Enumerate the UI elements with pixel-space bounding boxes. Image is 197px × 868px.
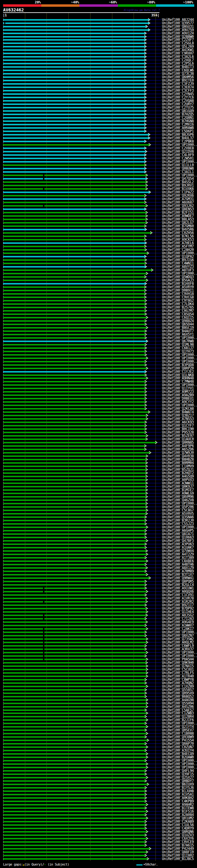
alignment-bar[interactable]	[3, 236, 145, 237]
alignment-bar[interactable]	[3, 297, 145, 298]
alignment-bar[interactable]	[3, 503, 146, 504]
alignment-bar[interactable]	[3, 313, 145, 315]
alignment-bar[interactable]	[3, 262, 145, 264]
alignment-bar[interactable]	[3, 723, 145, 724]
alignment-bar[interactable]	[3, 577, 149, 579]
alignment-bar[interactable]	[3, 699, 146, 701]
hit-label[interactable]: UniRef100_B1JBC5	[162, 857, 194, 861]
alignment-bar[interactable]	[3, 273, 146, 274]
alignment-bar[interactable]	[3, 855, 145, 856]
alignment-bar[interactable]	[3, 242, 145, 244]
alignment-bar[interactable]	[3, 425, 145, 427]
alignment-bar[interactable]	[3, 733, 146, 734]
alignment-bar[interactable]	[3, 811, 146, 812]
alignment-bar[interactable]	[3, 530, 145, 531]
alignment-bar[interactable]	[3, 655, 145, 657]
alignment-bar[interactable]	[3, 205, 146, 207]
alignment-bar[interactable]	[3, 790, 145, 792]
alignment-bar[interactable]	[3, 645, 145, 647]
alignment-bar[interactable]	[3, 422, 145, 423]
alignment-bar[interactable]	[3, 418, 146, 420]
alignment-bar[interactable]	[3, 513, 146, 515]
alignment-bar[interactable]	[3, 709, 145, 711]
alignment-bar[interactable]	[3, 479, 146, 480]
alignment-bar[interactable]	[3, 90, 145, 91]
alignment-bar[interactable]	[3, 23, 149, 24]
alignment-bar[interactable]	[3, 581, 145, 582]
alignment-bar[interactable]	[3, 682, 145, 684]
alignment-bar[interactable]	[3, 631, 145, 633]
alignment-bar[interactable]	[3, 303, 145, 305]
alignment-bar[interactable]	[3, 621, 146, 623]
alignment-bar[interactable]	[3, 716, 145, 717]
alignment-bar[interactable]	[3, 801, 145, 802]
alignment-bar[interactable]	[3, 411, 149, 413]
alignment-bar[interactable]	[3, 202, 145, 203]
alignment-bar[interactable]	[3, 283, 145, 284]
alignment-bar[interactable]	[3, 374, 145, 376]
alignment-bar[interactable]	[3, 540, 146, 541]
alignment-bar[interactable]	[3, 672, 146, 674]
alignment-bar[interactable]	[3, 669, 146, 670]
alignment-bar[interactable]	[3, 83, 145, 85]
alignment-bar[interactable]	[3, 824, 145, 826]
alignment-bar[interactable]	[3, 746, 146, 748]
alignment-bar[interactable]	[3, 225, 145, 227]
alignment-bar[interactable]	[3, 80, 145, 81]
alignment-bar[interactable]	[3, 320, 145, 322]
alignment-bar[interactable]	[3, 19, 149, 21]
alignment-bar[interactable]	[3, 486, 146, 488]
alignment-bar[interactable]	[3, 642, 146, 643]
alignment-bar[interactable]	[3, 107, 145, 108]
alignment-bar[interactable]	[3, 787, 145, 788]
alignment-bar[interactable]	[3, 178, 146, 180]
alignment-bar[interactable]	[3, 527, 146, 528]
alignment-bar[interactable]	[3, 215, 146, 217]
alignment-bar[interactable]	[3, 49, 145, 51]
alignment-bar[interactable]	[3, 438, 146, 440]
alignment-bar[interactable]	[3, 679, 145, 680]
alignment-bar[interactable]	[3, 46, 145, 48]
alignment-bar[interactable]	[3, 110, 145, 112]
alignment-bar[interactable]	[3, 259, 145, 261]
alignment-bar[interactable]	[3, 144, 149, 146]
alignment-bar[interactable]	[3, 703, 146, 704]
alignment-bar[interactable]	[3, 188, 146, 190]
alignment-bar[interactable]	[3, 817, 146, 819]
alignment-bar[interactable]	[3, 489, 146, 491]
alignment-bar[interactable]	[3, 395, 145, 396]
alignment-bar[interactable]	[3, 87, 145, 88]
alignment-bar[interactable]	[3, 516, 145, 518]
alignment-bar[interactable]	[3, 334, 145, 335]
alignment-bar[interactable]	[3, 533, 145, 535]
alignment-bar[interactable]	[3, 635, 145, 637]
alignment-bar[interactable]	[3, 391, 145, 393]
alignment-bar[interactable]	[3, 33, 145, 34]
alignment-bar[interactable]	[3, 591, 146, 592]
alignment-bar[interactable]	[3, 726, 146, 727]
alignment-bar[interactable]	[3, 53, 145, 54]
alignment-bar[interactable]	[3, 256, 145, 257]
alignment-bar[interactable]	[3, 141, 145, 142]
alignment-bar[interactable]	[3, 185, 146, 186]
alignment-bar[interactable]	[3, 544, 145, 545]
alignment-bar[interactable]	[3, 841, 145, 843]
alignment-bar[interactable]	[3, 601, 146, 602]
alignment-bar[interactable]	[3, 428, 145, 430]
alignment-bar[interactable]	[3, 719, 146, 721]
alignment-bar[interactable]	[3, 662, 146, 663]
alignment-bar[interactable]	[3, 293, 145, 295]
alignment-bar[interactable]	[3, 588, 145, 589]
alignment-bar[interactable]	[3, 351, 145, 352]
alignment-bar[interactable]	[3, 756, 146, 758]
alignment-bar[interactable]	[3, 73, 145, 74]
alignment-bar[interactable]	[3, 137, 149, 139]
alignment-bar[interactable]	[3, 368, 146, 369]
alignment-bar[interactable]	[3, 354, 145, 355]
alignment-bar[interactable]	[3, 337, 145, 339]
alignment-bar[interactable]	[3, 408, 145, 409]
alignment-bar[interactable]	[3, 831, 146, 833]
alignment-bar[interactable]	[3, 604, 145, 606]
alignment-bar[interactable]	[3, 848, 149, 849]
alignment-bar[interactable]	[3, 696, 145, 698]
